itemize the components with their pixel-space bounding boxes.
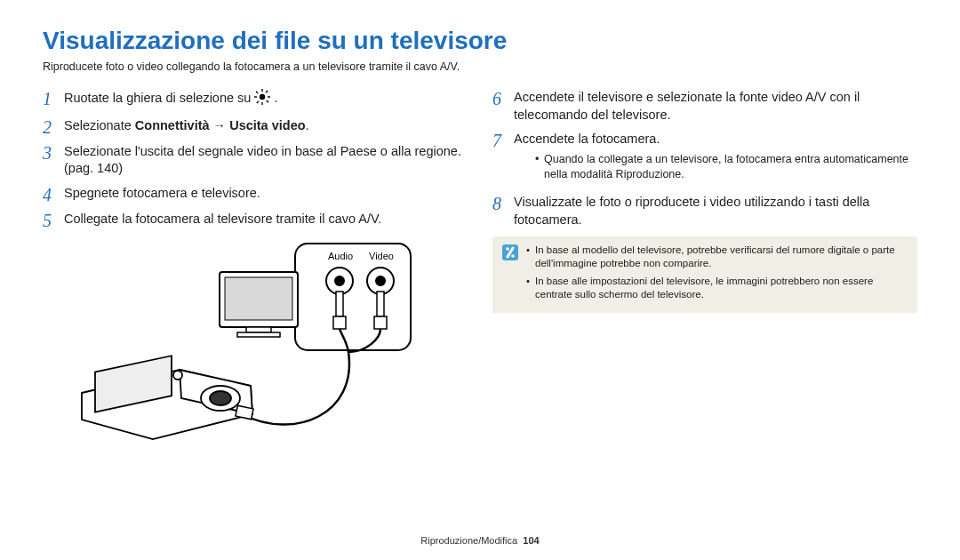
step-3: Selezionate l'uscita del segnale video i… bbox=[43, 143, 468, 178]
svg-point-28 bbox=[506, 247, 509, 251]
note-list: In base al modello del televisore, potre… bbox=[526, 244, 908, 306]
step-text: Selezionate bbox=[64, 118, 135, 132]
svg-rect-15 bbox=[333, 316, 346, 329]
right-column: Accendete il televisore e selezionate la… bbox=[492, 89, 917, 444]
settings-dial-icon bbox=[254, 89, 270, 110]
footer-section: Riproduzione/Modifica bbox=[420, 535, 517, 546]
steps-list-left: Ruotate la ghiera di selezione su bbox=[43, 89, 468, 229]
svg-point-23 bbox=[210, 391, 231, 405]
step-8: Visualizzate le foto o riproducete i vid… bbox=[492, 194, 917, 228]
svg-rect-7 bbox=[266, 91, 268, 93]
svg-point-29 bbox=[511, 254, 515, 258]
svg-rect-21 bbox=[237, 332, 280, 337]
step-text: Accendete la fotocamera. bbox=[514, 132, 660, 146]
step-text: Selezionate l'uscita del segnale video i… bbox=[64, 143, 468, 178]
content-columns: Ruotate la ghiera di selezione su bbox=[43, 89, 917, 444]
info-icon bbox=[501, 244, 519, 306]
step-text: Visualizzate le foto o riproducete i vid… bbox=[514, 194, 917, 228]
step-5: Collegate la fotocamera al televisore tr… bbox=[43, 211, 468, 229]
svg-rect-5 bbox=[256, 91, 259, 93]
video-label: Video bbox=[369, 251, 394, 261]
audio-label: Audio bbox=[328, 251, 353, 261]
step-text: Spegnete fotocamera e televisore. bbox=[64, 185, 468, 203]
menu-path-1: Connettività bbox=[135, 118, 210, 132]
connection-diagram: Audio Video bbox=[64, 236, 468, 444]
manual-page: Visualizzazione dei file su un televisor… bbox=[0, 0, 960, 560]
steps-list-right: Accendete il televisore e selezionate la… bbox=[492, 89, 917, 229]
svg-rect-19 bbox=[225, 277, 292, 320]
step-text: Ruotate la ghiera di selezione su bbox=[64, 91, 254, 105]
svg-rect-2 bbox=[262, 102, 263, 105]
page-footer: Riproduzione/Modifica 104 bbox=[0, 535, 960, 546]
svg-rect-20 bbox=[246, 327, 271, 332]
note-item: In base alle impostazioni del televisore… bbox=[526, 275, 908, 302]
page-subtitle: Riproducete foto o video collegando la f… bbox=[43, 60, 917, 73]
step-text: . bbox=[274, 91, 277, 105]
note-item: In base al modello del televisore, potre… bbox=[526, 244, 908, 271]
step-6: Accendete il televisore e selezionate la… bbox=[492, 89, 917, 124]
footer-page-number: 104 bbox=[523, 535, 539, 546]
step-2: Selezionate Connettività → Uscita video. bbox=[43, 117, 468, 136]
step-4: Spegnete fotocamera e televisore. bbox=[43, 185, 468, 204]
step-7-notes: Quando la collegate a un televisore, la … bbox=[535, 152, 917, 182]
step-text: . bbox=[306, 118, 309, 132]
step-1: Ruotate la ghiera di selezione su bbox=[43, 89, 468, 110]
menu-path-2: Uscita video bbox=[229, 118, 305, 132]
svg-rect-4 bbox=[268, 96, 270, 97]
step-text: Accendete il televisore e selezionate la… bbox=[514, 89, 917, 124]
svg-rect-14 bbox=[336, 292, 343, 316]
svg-point-25 bbox=[173, 371, 182, 380]
sub-note: Quando la collegate a un televisore, la … bbox=[535, 152, 917, 182]
svg-point-11 bbox=[334, 276, 345, 286]
arrow-separator: → bbox=[210, 118, 230, 132]
step-text: Collegate la fotocamera al televisore tr… bbox=[64, 211, 468, 228]
step-7: Accendete la fotocamera. Quando la colle… bbox=[492, 131, 917, 187]
svg-rect-3 bbox=[254, 96, 257, 97]
svg-rect-6 bbox=[267, 100, 269, 103]
svg-rect-17 bbox=[374, 316, 387, 329]
svg-rect-8 bbox=[257, 100, 260, 103]
page-title: Visualizzazione dei file su un televisor… bbox=[43, 27, 917, 55]
svg-rect-16 bbox=[377, 292, 384, 316]
left-column: Ruotate la ghiera di selezione su bbox=[43, 89, 468, 444]
svg-point-0 bbox=[260, 94, 265, 100]
note-box: In base al modello del televisore, potre… bbox=[492, 236, 917, 313]
svg-point-13 bbox=[375, 276, 386, 286]
svg-rect-1 bbox=[262, 89, 263, 92]
